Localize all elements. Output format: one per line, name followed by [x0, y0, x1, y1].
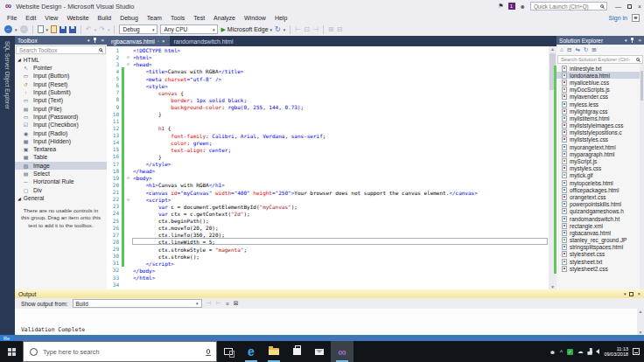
- toolbox-title-bar[interactable]: Toolbox ▾ ×: [15, 36, 107, 45]
- code-line[interactable]: 15 text-align: center;: [107, 146, 556, 153]
- menu-window[interactable]: Window: [240, 15, 270, 21]
- code-line[interactable]: 7 canvas {: [107, 89, 556, 96]
- toolbox-item-horizontal-rule[interactable]: ─Horizontal Rule: [15, 178, 107, 185]
- file-mydocscripts-js[interactable]: myDocScripts.js: [556, 87, 644, 94]
- code-line[interactable]: 18</head>: [107, 167, 556, 174]
- toolbox-item-div[interactable]: ▢Div: [15, 185, 107, 193]
- add-item-icon[interactable]: [51, 25, 57, 33]
- file-myaliceblue-css[interactable]: myaliceblue.css: [556, 79, 644, 86]
- taskbar-store-button[interactable]: [285, 341, 308, 362]
- breakpoint-icon[interactable]: ⊢: [295, 25, 301, 33]
- home-icon[interactable]: ⌂: [560, 46, 564, 52]
- sign-in-link[interactable]: Sign in: [609, 15, 627, 21]
- output-text[interactable]: Validation Complete========== Build: 1 s…: [15, 309, 637, 335]
- code-line[interactable]: 29 ctx.strokeStyle = "magenta";: [107, 246, 556, 253]
- notification-count-badge[interactable]: 1: [508, 3, 515, 10]
- minimize-button[interactable]: —: [615, 3, 621, 10]
- code-line[interactable]: 26 ctx.moveTo(20, 20);: [107, 224, 556, 231]
- file-londonarea-html[interactable]: londonarea.html: [556, 72, 644, 79]
- refresh-icon[interactable]: ↻: [584, 46, 588, 53]
- file-mylavender-css[interactable]: mylavender.css: [556, 94, 644, 101]
- word-wrap-icon[interactable]: ⊠: [234, 300, 239, 307]
- feedback-icon[interactable]: ☻: [520, 3, 526, 10]
- security-status-icon[interactable]: ✓: [567, 349, 573, 355]
- menu-view[interactable]: View: [40, 15, 62, 21]
- output-scrollbar[interactable]: ▲ ▼: [637, 309, 644, 335]
- close-icon[interactable]: ×: [638, 38, 641, 43]
- toolbox-item-input-hidden[interactable]: ▦Input (Hidden): [15, 137, 107, 145]
- save-icon[interactable]: [60, 26, 66, 33]
- redo-icon[interactable]: ↷: [99, 25, 105, 33]
- code-line[interactable]: 31 </script>: [107, 260, 556, 267]
- microphone-icon[interactable]: [206, 349, 210, 354]
- close-tab-icon[interactable]: ×: [162, 38, 165, 44]
- code-line[interactable]: 13 font-family: Calibri, Arial, Verdana,…: [107, 132, 556, 139]
- toolbox-section-general[interactable]: ◢ General: [15, 194, 107, 203]
- undo-dropdown-icon[interactable]: ▾: [94, 27, 97, 32]
- refresh-dropdown-icon[interactable]: ▾: [284, 27, 286, 32]
- editor-scrollbar[interactable]: ▲ ▼: [549, 46, 556, 289]
- output-title-bar[interactable]: Output ▾ ×: [15, 289, 644, 298]
- code-line[interactable]: 30 ctx.stroke();: [107, 253, 556, 260]
- scrollbar-thumb[interactable]: [640, 71, 643, 101]
- file-myless-less[interactable]: myless.less: [556, 101, 644, 108]
- properties-icon[interactable]: ⊞: [592, 46, 596, 53]
- file-myliststyles-css[interactable]: myliststyles.css: [556, 136, 644, 143]
- toolbox-item-input-password[interactable]: ▭Input (Password): [15, 113, 107, 121]
- file-myscript-js[interactable]: myScript.js: [556, 157, 644, 164]
- code-line[interactable]: 33</html>: [107, 274, 556, 281]
- navigate-back-icon[interactable]: ←: [4, 25, 12, 33]
- solution-platform-dropdown[interactable]: Any CPU▾: [160, 24, 218, 34]
- close-icon[interactable]: ×: [101, 38, 104, 43]
- code-line[interactable]: 24 var ctx = c.getContext("2d");: [107, 210, 556, 217]
- code-line[interactable]: 3⊟<head>: [107, 60, 556, 67]
- navigate-forward-icon[interactable]: →: [20, 25, 28, 33]
- code-line[interactable]: 2⊟<html>: [107, 53, 556, 60]
- code-line[interactable]: 23 var c = document.getElementById("myCa…: [107, 203, 556, 210]
- toolbox-search-input[interactable]: Search Toolbox: [16, 45, 106, 54]
- menu-help[interactable]: Help: [270, 15, 291, 21]
- toolbox-item-input-radio[interactable]: ◉Input (Radio): [15, 129, 107, 136]
- task-view-button[interactable]: [217, 341, 240, 362]
- code-line[interactable]: 34: [107, 281, 556, 288]
- file-myliststylepositions-c[interactable]: myliststylepositions.c: [556, 129, 644, 136]
- code-editor[interactable]: 1<!DOCTYPE html>2⊟<html>3⊟<head>4 <title…: [107, 46, 556, 289]
- tab-rgbacanvas[interactable]: rgbacanvas.html ◦ ×: [107, 36, 170, 46]
- file-mystyles-css[interactable]: mystyles.css: [556, 165, 644, 172]
- sync-icon[interactable]: ⇆: [575, 46, 579, 53]
- toolbox-item-input-reset[interactable]: ↺Input (Reset): [15, 80, 107, 88]
- taskbar-explorer-button[interactable]: [262, 341, 285, 362]
- file-myorangetext-html[interactable]: myorangetext.html: [556, 143, 644, 150]
- code-line[interactable]: 28 ctx.lineWidth = 5;: [107, 238, 556, 245]
- menu-build[interactable]: Build: [94, 15, 116, 21]
- code-line[interactable]: 5 <meta charset="utf-8" />: [107, 75, 556, 82]
- people-icon[interactable]: ☻: [550, 349, 556, 355]
- save-all-icon[interactable]: [69, 26, 76, 33]
- tab-randomandswitch[interactable]: randomandswitch.html: [170, 36, 238, 46]
- file-stylesheet-txt[interactable]: stylesheet.txt: [556, 258, 644, 265]
- taskbar-clock[interactable]: 11:13 09/03/2018: [604, 346, 628, 358]
- solution-configuration-dropdown[interactable]: Debug▾: [119, 24, 158, 34]
- file-stringsplitspaces-html[interactable]: stringsplitspaces.html: [556, 244, 644, 251]
- code-line[interactable]: 32</body>: [107, 267, 556, 274]
- pin-icon[interactable]: [93, 38, 97, 44]
- file-myliststyleimages-css[interactable]: myliststyleimages.css: [556, 122, 644, 129]
- redo-dropdown-icon[interactable]: ▾: [108, 27, 110, 32]
- options-icon[interactable]: ⊟: [337, 25, 343, 33]
- quick-launch-input[interactable]: Quick Launch (Ctrl+Q): [530, 2, 607, 10]
- code-line[interactable]: 22⊟ <script>: [107, 196, 556, 203]
- code-line[interactable]: 6 <style>: [107, 82, 556, 89]
- clear-all-icon[interactable]: ≡: [226, 301, 229, 307]
- toolbox-item-table[interactable]: ▦Table: [15, 153, 107, 161]
- file-stylesheet-css[interactable]: stylesheet.css: [556, 251, 644, 258]
- file-randomandswitch-ht[interactable]: randomandswitch.ht: [556, 215, 644, 222]
- file-mylightgray-css[interactable]: mylightgray.css: [556, 108, 644, 115]
- collapse-all-icon[interactable]: ⊟: [567, 46, 571, 53]
- toolbox-item-select[interactable]: ▤Select: [15, 170, 107, 178]
- next-message-icon[interactable]: ⊢: [216, 300, 221, 307]
- file-quizandgameshows-h[interactable]: quizandgameshows.h: [556, 208, 644, 215]
- code-line[interactable]: 9 background-color: rgba(0, 255, 144, 0.…: [107, 103, 556, 110]
- code-line[interactable]: 12 h1 {: [107, 124, 556, 131]
- scroll-up-icon[interactable]: ▲: [637, 309, 644, 314]
- menu-edit[interactable]: Edit: [21, 15, 40, 21]
